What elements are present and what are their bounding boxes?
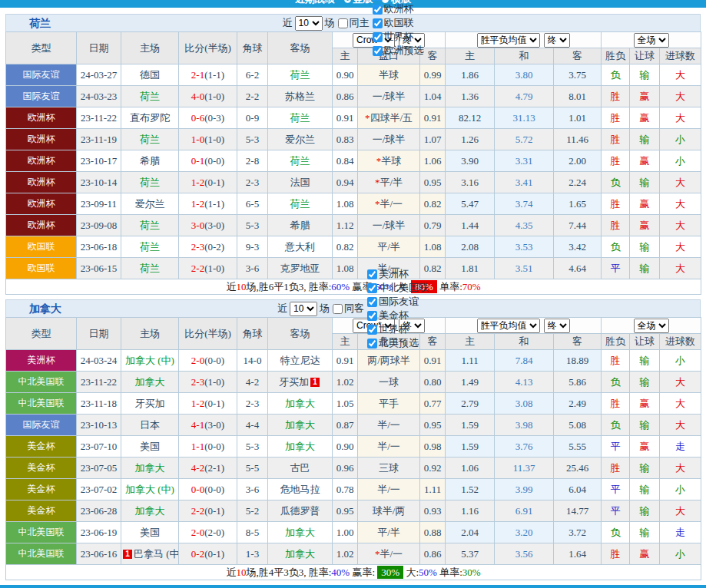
subcol-avg-away: 客 — [554, 334, 602, 350]
subcol-handicap-result: 让球 — [630, 48, 660, 64]
match-row: 欧洲杯23-09-11爱尔兰1-2(1-1)6-5荷兰1.08*半/一0.825… — [6, 193, 701, 215]
competition-checkbox[interactable] — [367, 339, 377, 349]
col-header-type: 类型 — [6, 318, 77, 350]
cell-handicap-odds-away: 0.80 — [420, 372, 446, 393]
cell-competition-type: 欧国联 — [6, 236, 77, 258]
cell-avg-odds-home: 3.90 — [446, 150, 495, 172]
competition-checkbox[interactable] — [373, 32, 383, 42]
competition-filter[interactable]: 国际友谊 — [366, 295, 429, 309]
same-venue-checkbox[interactable] — [338, 18, 348, 28]
cell-corners: 5-3 — [237, 436, 268, 458]
recent-count-select[interactable]: 10 — [290, 302, 317, 316]
avg-final-select[interactable]: 终 — [544, 33, 570, 48]
cell-home-team: 加拿大 — [121, 372, 179, 393]
cell-avg-odds-away: 3.75 — [554, 64, 602, 86]
cell-handicap-odds-away: 1.07 — [420, 129, 446, 150]
cell-home-team: 美国 — [121, 436, 179, 458]
competition-checkbox[interactable] — [367, 325, 377, 335]
competition-filter[interactable]: 欧国联 — [372, 16, 424, 30]
cell-avg-odds-home: 1.44 — [446, 215, 495, 236]
cell-handicap-result: 输 — [630, 236, 660, 258]
match-table: 类型 日期 主场 比分(半场) 角球 客场 Crow* 终 胜平负均值 终 — [5, 317, 701, 580]
competition-checkbox[interactable] — [367, 269, 377, 279]
cell-date: 23-11-19 — [77, 129, 121, 150]
cell-handicap-odds-home: 0.87 — [333, 415, 358, 436]
cell-handicap-line: *四球半/五 — [358, 107, 420, 129]
competition-checkbox[interactable] — [367, 283, 377, 293]
cell-date: 23-07-10 — [77, 436, 121, 458]
competition-checkbox[interactable] — [373, 18, 383, 28]
cell-handicap-line: 一/球半 — [358, 129, 420, 150]
cell-competition-type: 美金杯 — [6, 458, 77, 479]
subcol-goals: 进球数 — [660, 48, 701, 64]
avg-odds-select[interactable]: 胜平负均值 — [477, 33, 540, 48]
cell-avg-odds-home: 1.86 — [446, 64, 495, 86]
same-venue-filter[interactable]: 同客 — [332, 302, 364, 315]
avg-final-select[interactable]: 终 — [544, 319, 570, 333]
same-venue-label: 同主 — [350, 16, 370, 30]
cell-home-team: 加拿大 — [121, 458, 179, 479]
cell-avg-odds-away: 1.64 — [554, 543, 602, 565]
competition-checkbox[interactable] — [373, 5, 383, 15]
cell-handicap-odds-home: 0.84 — [333, 150, 358, 172]
competition-checkbox[interactable] — [373, 0, 383, 1]
cell-date: 23-11-22 — [77, 372, 121, 393]
cell-outcome: 胜 — [602, 150, 630, 172]
cell-handicap-odds-home: 0.96 — [333, 458, 358, 479]
same-venue-filter[interactable]: 同主 — [337, 16, 370, 30]
cell-date: 23-06-19 — [77, 522, 121, 543]
cell-handicap-result: 输 — [630, 415, 660, 436]
col-header-corner: 角球 — [237, 32, 268, 64]
cell-goals-result: 大 — [660, 372, 701, 393]
cell-corners: 5-2 — [237, 500, 268, 522]
avg-odds-select[interactable]: 胜平负均值 — [477, 319, 540, 333]
cell-corners: 9-3 — [237, 236, 268, 258]
scope-select[interactable]: 全场 — [634, 33, 669, 48]
cell-handicap-odds-home: 0.94 — [333, 172, 358, 193]
competition-filter[interactable]: 美金杯 — [366, 309, 429, 322]
cell-handicap-odds-home: 0.95 — [333, 500, 358, 522]
cell-corners: 3-6 — [237, 258, 268, 279]
cell-date: 24-03-27 — [77, 64, 121, 86]
cell-competition-type: 中北美国联 — [6, 543, 77, 565]
match-row: 欧洲杯23-11-19荷兰1-0(1-0)5-3爱尔兰0.83一/球半1.071… — [6, 129, 701, 150]
competition-filter[interactable]: 欧洲预选 — [372, 44, 424, 58]
cell-avg-odds-home: 1.26 — [446, 129, 495, 150]
subcol-outcome: 胜负 — [602, 48, 630, 64]
cell-avg-odds-home: 1.59 — [446, 436, 495, 458]
cell-date: 23-06-28 — [77, 500, 121, 522]
same-venue-checkbox[interactable] — [333, 304, 343, 314]
filter-bar: 近 10 场 同客 美洲杯中北美国联国际友谊美金杯世界杯北美预选 — [277, 267, 429, 350]
competition-filter[interactable]: 世界杯 — [366, 322, 429, 336]
recent-count-select[interactable]: 10 — [295, 16, 323, 31]
cell-score: 0-6(0-3) — [179, 107, 237, 129]
competition-checkbox[interactable] — [367, 311, 377, 321]
cell-home-team: 加拿大 — [121, 500, 179, 522]
cell-competition-type: 欧洲杯 — [6, 215, 77, 236]
cell-score: 2-0(2-0) — [179, 522, 237, 543]
cell-corners: 14-0 — [237, 350, 268, 372]
subcol-avg-home: 主 — [446, 48, 495, 64]
competition-filter[interactable]: 美洲杯 — [366, 267, 429, 281]
cell-avg-odds-away: 5.55 — [554, 436, 602, 458]
cell-avg-odds-away: 8.01 — [554, 86, 602, 107]
col-header-date: 日期 — [77, 32, 121, 64]
cell-avg-odds-draw: 3.76 — [495, 436, 554, 458]
cell-avg-odds-away: 11.46 — [554, 129, 602, 150]
competition-filter[interactable]: 欧洲杯 — [372, 2, 424, 16]
competition-checkbox[interactable] — [373, 46, 383, 56]
competition-filter[interactable]: 中北美国联 — [366, 281, 429, 295]
scope-select[interactable]: 全场 — [634, 319, 669, 333]
section-header: 加拿大 近 10 场 同客 美洲杯中北美国联国际友谊美金杯世界杯北美预选 — [5, 299, 701, 317]
competition-checkbox[interactable] — [367, 297, 377, 307]
competition-filter[interactable]: 北美预选 — [366, 336, 429, 350]
cell-avg-odds-home: 1.52 — [446, 479, 495, 500]
match-table: 类型 日期 主场 比分(半场) 角球 客场 Crow* 终 胜平负均值 终 — [5, 31, 701, 295]
cell-handicap-odds-away: 0.82 — [420, 193, 446, 215]
cell-handicap-odds-away: 1.04 — [420, 86, 446, 107]
cell-away-team: 古巴 — [268, 458, 333, 479]
cell-avg-odds-draw: 5.72 — [495, 129, 554, 150]
cell-score: 2-0(0-0) — [179, 350, 237, 372]
cell-avg-odds-draw: 7.84 — [495, 350, 554, 372]
competition-filter[interactable]: 世界杯 — [372, 30, 424, 44]
